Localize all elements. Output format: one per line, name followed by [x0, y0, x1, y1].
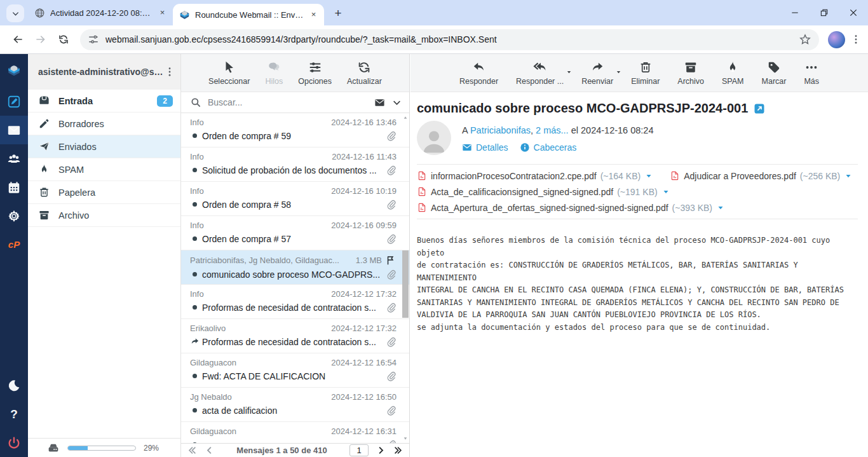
attachment-name[interactable]: Acta_de_calificacionsigned_signed-signed…	[431, 187, 613, 197]
scroll-down-icon[interactable]	[403, 436, 408, 441]
tab-close-icon[interactable]: ×	[157, 8, 168, 18]
unread-dot-icon[interactable]	[190, 165, 200, 175]
scrollbar-thumb[interactable]	[402, 250, 409, 318]
recipients-line: A Patriciabonifas, 2 más... el 2024-12-1…	[462, 125, 653, 135]
site-info-icon[interactable]	[88, 34, 99, 45]
mail-tag-button[interactable]: Marcar	[757, 60, 791, 86]
new-tab-button[interactable]: +	[329, 4, 347, 22]
settings-nav-button[interactable]	[0, 201, 28, 230]
search-scope-mail-icon[interactable]	[374, 97, 386, 108]
mail-forward-button[interactable]: Reenviar	[577, 60, 618, 86]
sidebar-item-entrada[interactable]: Entrada2	[28, 90, 180, 113]
compose-icon	[7, 95, 21, 109]
message-row[interactable]: Info2024-12-16 10:19Orden de compra # 58	[181, 182, 409, 216]
mail-action-cabeceras[interactable]: Cabeceras	[520, 142, 577, 153]
message-date: 1.3 MB	[356, 256, 382, 265]
attachment-item[interactable]: Acta_Apertura_de_ofertas_signed-signed-s…	[417, 202, 725, 213]
recipient-link[interactable]: 2 más...	[536, 125, 569, 135]
toolbar-button-label: Archivo	[677, 77, 704, 86]
unread-dot-icon[interactable]	[190, 269, 200, 279]
mail-view-column: ResponderResponder ...ReenviarEliminarAr…	[410, 54, 868, 457]
mail-more-button[interactable]: Más	[799, 60, 824, 86]
unread-dot-icon[interactable]	[190, 234, 200, 243]
scroll-up-icon[interactable]	[403, 115, 408, 120]
calendar-nav-button[interactable]	[0, 173, 28, 201]
message-row[interactable]: Gildaguacon2024-12-12 16:31	[181, 422, 409, 443]
forward-button[interactable]	[31, 29, 51, 50]
logout-button[interactable]	[0, 428, 28, 457]
attachment-item[interactable]: Acta_de_calificacionsigned_signed-signed…	[417, 186, 670, 197]
tab-actividad[interactable]: Actividad 2024-12-20 08:00:00 ×	[28, 0, 173, 25]
unread-dot-icon[interactable]	[190, 303, 200, 312]
page-number-input[interactable]	[349, 444, 369, 456]
message-row[interactable]: Info2024-12-16 11:43Solicitud de probaci…	[181, 147, 409, 182]
open-in-new-window-icon[interactable]	[754, 103, 765, 114]
window-restore-button[interactable]	[810, 0, 839, 25]
help-button[interactable]: ?	[0, 400, 28, 428]
mail-reply-button[interactable]: Responder	[455, 60, 503, 86]
profile-avatar[interactable]	[828, 31, 845, 48]
mail-nav-button[interactable]	[0, 116, 28, 144]
tab-close-icon[interactable]: ×	[308, 10, 319, 20]
paperclip-icon	[386, 371, 397, 381]
mail-flame-button[interactable]: SPAM	[717, 60, 749, 86]
list-refresh-button[interactable]: Actualizar	[342, 60, 386, 86]
sidebar-item-spam[interactable]: SPAM	[28, 158, 180, 181]
app-rail: cP ?	[0, 54, 28, 457]
unread-dot-icon[interactable]	[190, 440, 200, 443]
attachment-name[interactable]: Acta_Apertura_de_ofertas_signed-signed-s…	[431, 203, 668, 213]
last-page-icon[interactable]	[393, 446, 403, 455]
back-button[interactable]	[8, 29, 28, 50]
attachment-name[interactable]: Adjudicar a Proveedores.pdf	[684, 171, 796, 181]
search-options-chevron-icon[interactable]	[392, 98, 402, 107]
mail-trash-button[interactable]: Eliminar	[627, 60, 664, 86]
prev-page-icon[interactable]	[205, 446, 214, 455]
search-bar[interactable]: Buscar...	[181, 92, 409, 113]
message-row[interactable]: Info2024-12-12 17:32Proformas de necesid…	[181, 285, 409, 319]
list-scrollbar[interactable]	[402, 113, 409, 443]
sidebar-item-papelera[interactable]: Papelera	[28, 181, 180, 204]
attachment-name[interactable]: informacionProcesoContratacion2.cpe.pdf	[431, 171, 597, 181]
toolbar-button-label: Hilos	[265, 77, 283, 86]
forwarded-icon[interactable]	[190, 337, 200, 346]
mail-replyall-button[interactable]: Responder ...	[512, 60, 568, 86]
message-row[interactable]: Info2024-12-16 13:46Orden de compra # 59	[181, 113, 409, 147]
browser-menu-icon[interactable]	[850, 34, 862, 45]
message-row[interactable]: Gildaguacon2024-12-12 16:54Fwd: ACTA DE …	[181, 353, 409, 388]
next-page-icon[interactable]	[376, 446, 386, 455]
mail-action-detalles[interactable]: Detalles	[462, 142, 508, 153]
list-threads-button[interactable]: Hilos	[261, 60, 287, 86]
message-row[interactable]: Info2024-12-16 09:59Orden de compra # 57	[181, 216, 409, 250]
first-page-icon[interactable]	[187, 446, 197, 455]
tab-roundcube[interactable]: Roundcube Webmail :: Enviados ×	[173, 4, 324, 25]
attachment-item[interactable]: Adjudicar a Proveedores.pdf(~256 KB)	[670, 170, 853, 181]
attachment-item[interactable]: informacionProcesoContratacion2.cpe.pdf(…	[417, 170, 653, 181]
address-bar[interactable]: webmail.sanjuan.gob.ec/cpsess2416859914/…	[80, 29, 819, 50]
sidebar-item-enviados[interactable]: Enviados	[28, 135, 180, 158]
sidebar-item-archivo[interactable]: Archivo	[28, 204, 180, 227]
contacts-nav-button[interactable]	[0, 144, 28, 173]
unread-dot-icon[interactable]	[190, 200, 200, 209]
bookmark-star-icon[interactable]	[799, 33, 811, 46]
message-row[interactable]: Patriciabonifas, Jg Nebaldo, Gildaguac..…	[181, 250, 409, 285]
mail-archive-button[interactable]: Archivo	[673, 60, 709, 86]
globe-icon	[34, 8, 45, 18]
account-menu-icon[interactable]	[164, 66, 175, 78]
sidebar-item-borradores[interactable]: Borradores	[28, 113, 180, 135]
compose-button[interactable]	[0, 87, 28, 116]
message-row[interactable]: Jg Nebaldo2024-12-12 16:50acta de califi…	[181, 388, 409, 422]
unread-dot-icon[interactable]	[190, 406, 200, 415]
reload-button[interactable]	[53, 29, 74, 50]
unread-dot-icon[interactable]	[190, 371, 200, 381]
dark-mode-button[interactable]	[0, 371, 28, 400]
window-minimize-button[interactable]	[780, 0, 810, 25]
list-options-button[interactable]: Opciones	[294, 60, 336, 86]
recipient-link[interactable]: Patriciabonifas	[470, 125, 531, 135]
search-input[interactable]: Buscar...	[208, 97, 367, 107]
list-pointer-button[interactable]: Seleccionar	[204, 60, 254, 86]
cpanel-button[interactable]: cP	[0, 230, 28, 259]
message-row[interactable]: Erikaolivo2024-12-12 17:32Proformas de n…	[181, 319, 409, 353]
unread-dot-icon[interactable]	[190, 131, 200, 140]
window-close-button[interactable]	[839, 0, 868, 25]
tab-search-button[interactable]	[6, 4, 24, 22]
